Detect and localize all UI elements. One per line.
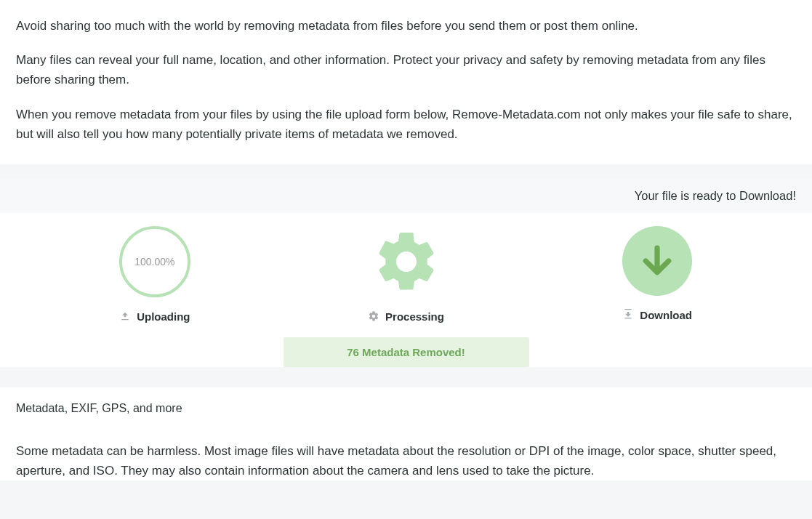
intro-paragraph-2: Many files can reveal your full name, lo… [16, 50, 796, 89]
download-label: Download [640, 309, 692, 321]
arrow-down-icon [638, 241, 677, 281]
status-bar: Your file is ready to Download! [0, 179, 812, 213]
metadata-body-text: Some metadata can be harmless. Most imag… [16, 441, 796, 480]
gear-icon [371, 226, 442, 297]
download-label-row: Download [622, 309, 692, 321]
upload-icon [119, 310, 131, 322]
metadata-removed-badge: 76 Metadata Removed! [284, 337, 529, 367]
download-icon [622, 309, 634, 321]
metadata-subhead: Metadata, EXIF, GPS, and more [16, 402, 796, 415]
step-uploading: 100.00% Uploading [29, 226, 281, 323]
metadata-info-panel: Metadata, EXIF, GPS, and more Some metad… [0, 387, 812, 480]
steps-row: 100.00% Uploading Processing [0, 213, 812, 331]
intro-paragraph-1: Avoid sharing too much with the world by… [16, 16, 796, 36]
processing-label-row: Processing [368, 310, 444, 323]
process-section: Your file is ready to Download! 100.00% … [0, 179, 812, 367]
uploading-label-row: Uploading [119, 310, 190, 323]
download-button[interactable] [622, 226, 692, 296]
intro-paragraph-3: When you remove metadata from your files… [16, 105, 796, 144]
upload-percent-text: 100.00% [134, 256, 174, 267]
intro-panel: Avoid sharing too much with the world by… [0, 0, 812, 164]
step-processing: Processing [281, 226, 532, 323]
cogs-icon [368, 310, 379, 322]
upload-progress-circle: 100.00% [119, 226, 190, 297]
processing-label: Processing [385, 310, 444, 323]
uploading-label: Uploading [137, 310, 190, 323]
step-download: Download [531, 226, 783, 321]
status-ready-text: Your file is ready to Download! [635, 189, 796, 202]
